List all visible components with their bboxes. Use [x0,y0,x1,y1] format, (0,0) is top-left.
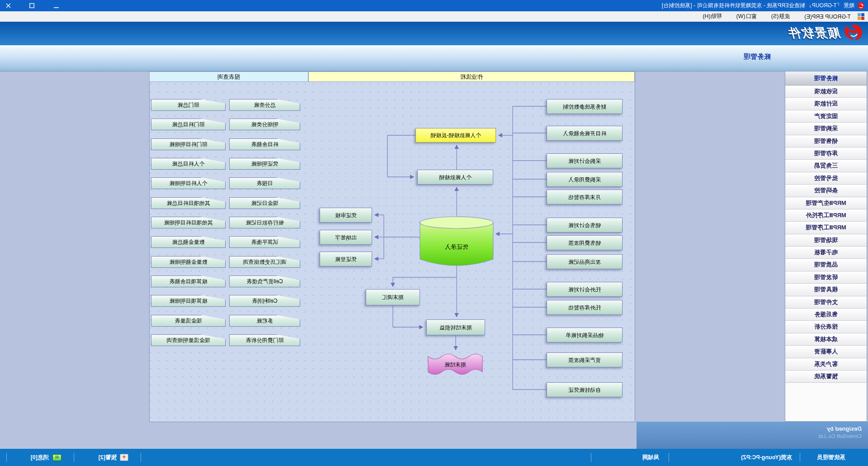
report-button[interactable]: 试算平衡表 [229,236,300,248]
report-button[interactable]: 凭证明细账 [229,158,300,170]
flow-node-period-fx[interactable]: 期末调汇 [366,289,420,305]
sidebar-item[interactable]: MRPⅡ工序托外 [785,209,867,222]
menu-item[interactable]: 窗口(W) [735,13,759,20]
menu-item[interactable]: 帮助(H) [701,13,723,20]
sidebar-item[interactable]: 研发管理 [785,271,867,284]
divider [669,453,669,462]
report-button[interactable]: 部门费用分析表 [229,334,300,346]
report-button[interactable]: 多栏账 [229,315,300,327]
sidebar-item[interactable]: 模具管理 [785,284,867,296]
flow-node[interactable]: 资产采购发票 [547,352,623,367]
sidebar-item[interactable]: 文件管理 [785,296,867,309]
flow-node[interactable]: 财务系统参数控制 [547,99,623,114]
report-button[interactable]: Cell利润表 [229,295,300,307]
accounting-form: 作业流程 报表查询 [149,71,635,422]
sidebar-item[interactable]: 成本核算 [785,333,867,346]
workflow-panel-header: 作业流程 [308,71,635,82]
sidebar-item[interactable]: 人事薪资 [785,346,867,358]
report-button[interactable]: 数量金额明细账 [151,256,226,268]
sidebar-item[interactable]: 预警系统 [785,371,867,383]
report-button[interactable]: 部门科目明细账 [151,138,226,150]
sidebar-item[interactable]: MRPⅡ生产管理 [785,197,867,209]
flow-node[interactable]: 托外会计对账 [547,282,623,297]
sidebar-item[interactable]: MRPⅡ工序管理 [785,222,867,234]
divider [141,453,141,462]
report-button[interactable]: 个人科目明细账 [151,177,226,189]
minimize-button[interactable] [49,0,64,11]
module-sidebar: 账务管理 应收款项应付款项固定资产采购管理销售管理库存管理三角贸易批号管控条码管… [785,71,867,422]
report-button[interactable]: 调汇历史数据查询 [229,256,300,268]
flow-node[interactable]: 销售费用发票 [547,235,623,250]
menu-item[interactable]: T-GROUP ERP(E) [802,14,853,20]
report-button[interactable]: 个人科目总账 [151,158,226,170]
report-button[interactable]: 日报表 [229,177,300,189]
report-button[interactable]: 总分类账 [229,99,300,111]
report-button[interactable]: 数量金额总账 [151,236,226,248]
sidebar-item[interactable]: 电子看板 [785,247,867,259]
report-button[interactable]: 现金流量明细查询 [151,334,226,346]
alert-icon[interactable]: + [120,454,128,461]
flow-node-settle[interactable]: 个人账款核销 [417,170,493,185]
brand-logo: 顺景软件 [788,24,863,43]
divider [591,453,591,462]
flow-node[interactable]: 科目开账余额录入 [547,126,623,141]
flow-node[interactable]: 托外库存暂估 [547,300,623,315]
report-button[interactable]: 核算项目余额表 [151,276,226,287]
sidebar-item[interactable]: 条码管控 [785,185,867,197]
sidebar-header-accounting[interactable]: 账务管理 [785,71,867,86]
report-button[interactable]: Cell资产负债表 [229,276,300,287]
flow-node[interactable]: 月末库存暂估 [547,190,623,204]
report-button[interactable]: 其他项目科目明细账 [151,217,226,228]
sidebar-item[interactable]: 现场管理 [785,234,867,247]
report-button[interactable]: 部门科目总账 [151,119,226,130]
flow-node-cashier-sign[interactable]: 出纳签字 [320,230,372,245]
page-title-band: 账务管理 [0,45,868,71]
report-button[interactable]: 现金日记账 [229,197,300,209]
sidebar-item[interactable]: 批号管控 [785,172,867,185]
flow-node-period-pl[interactable]: 期末结转损益 [426,319,485,335]
sidebar-item[interactable]: 应收款项 [785,86,867,98]
sidebar-item[interactable]: 三角贸易 [785,160,867,172]
sidebar-item[interactable]: 售后服务 [785,309,867,321]
message-envelope-icon[interactable]: ✉ [52,454,61,461]
flow-node[interactable]: 发出商品记账 [547,254,623,269]
flow-node[interactable]: 物品采购对账单 [547,328,623,342]
report-button[interactable]: 其他项目科目总账 [151,197,226,209]
period-close-wave[interactable]: 期末结账 [428,354,482,375]
sidebar-item[interactable]: 采购管理 [785,123,867,135]
sidebar-item[interactable]: 应付款项 [785,98,867,110]
title-bar: 顺景 『T-GROUP』 制造业ERP系统 - 东莞顺景软件科技有限公司 - [… [0,0,868,11]
flow-node-audit[interactable]: 凭证审核 [320,208,372,223]
flow-node[interactable]: 销售会计对账 [547,218,623,233]
status-messages[interactable]: 消息[0] [31,449,49,466]
status-bar: 系统管理员 东莞(Young-PC:PZ) 局域网 + 预警[2] ✉ 消息[0… [0,449,868,466]
close-button[interactable] [1,0,16,11]
flow-node-post[interactable]: 凭证登账 [320,252,372,266]
report-button[interactable]: 部门总账 [151,99,226,111]
skin-grid-icon[interactable] [858,13,864,20]
report-button[interactable]: 科目余额表 [229,138,300,150]
voucher-entry-cylinder[interactable]: 凭证录入 [420,217,493,266]
designed-by-strip: Designed by CenterSoft Co.,Ltd. [637,422,868,449]
sidebar-item[interactable]: 客户关系 [785,358,867,371]
report-button[interactable]: 银行存款日记账 [229,217,300,228]
report-button[interactable]: 核算项目明细账 [151,295,226,307]
sidebar-item[interactable]: 固定资产 [785,110,867,123]
flow-node[interactable]: 采购费用录入 [547,172,623,187]
brand-name: 顺景软件 [788,25,841,41]
flow-node[interactable]: 自动转账凭证 [547,382,623,397]
sidebar-item[interactable]: 品质管理 [785,259,867,271]
menu-item[interactable]: 皮肤(S) [769,13,792,20]
sidebar-item[interactable]: 报表分析 [785,321,867,333]
flow-node-settle-reverse[interactable]: 个人账款核销-反核销 [415,128,496,143]
sidebar-item[interactable]: 库存管理 [785,147,867,160]
maximize-button[interactable] [24,0,40,11]
report-button[interactable]: 明细分类账 [229,119,300,130]
reports-panel-header: 报表查询 [149,71,308,82]
voucher-entry-label: 凭证录入 [445,243,468,250]
sidebar-item[interactable]: 销售管理 [785,135,867,147]
menu-bar: T-GROUP ERP(E)皮肤(S)窗口(W)帮助(H) [0,11,868,22]
flow-node[interactable]: 采购会计对账 [547,153,623,168]
status-alerts[interactable]: 预警[2] [99,449,117,466]
report-button[interactable]: 现金流量表 [151,315,226,327]
